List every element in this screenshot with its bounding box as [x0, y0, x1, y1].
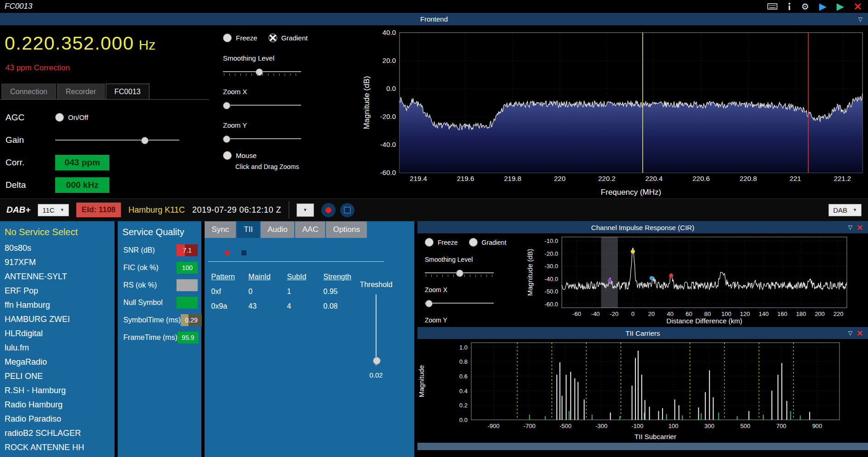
gain-slider[interactable]	[55, 136, 179, 144]
collapse-triangle-icon[interactable]: ▽	[848, 330, 852, 336]
quality-value-box: 100	[177, 262, 198, 274]
tii-indicator-square	[241, 250, 246, 255]
slider-thumb[interactable]	[141, 137, 148, 144]
quality-row: FIC (ok %) 100	[118, 259, 201, 276]
table-cell: 4	[287, 302, 323, 310]
decoder-tab[interactable]: Sync	[205, 221, 236, 238]
cir-plot[interactable]: -60-40-20020406080100120140160180200220-…	[526, 233, 868, 327]
smoothing-slider[interactable]	[223, 68, 301, 76]
zoom-y-slider[interactable]	[223, 135, 301, 143]
close-icon[interactable]	[854, 3, 862, 10]
titlebar-icons: ⚙ ▶ ▶	[767, 1, 863, 12]
collapsed-panel-strip[interactable]	[417, 443, 868, 450]
service-item[interactable]: Radio Paradiso	[0, 412, 114, 427]
slider-thumb[interactable]	[256, 68, 263, 76]
chevron-down-icon: ▼	[60, 208, 64, 212]
timestamp: 2019-07-29 06:12:10 Z	[192, 205, 281, 215]
svg-text:-300: -300	[595, 423, 607, 429]
svg-text:160: 160	[777, 310, 788, 317]
zoom-x-slider[interactable]	[223, 101, 301, 109]
collapse-triangle-icon[interactable]: ▽	[858, 16, 862, 23]
cir-smoothing-slider[interactable]	[425, 269, 494, 277]
svg-text:219.4: 219.4	[410, 175, 427, 182]
service-item[interactable]: PELI ONE	[0, 370, 114, 384]
decoder-tab[interactable]: TII	[237, 221, 260, 238]
agc-radio[interactable]	[55, 113, 64, 122]
threshold-label: Threshold	[351, 281, 401, 289]
tii-carriers-plot[interactable]: -900-700-500-300-1001003005007009001.00.…	[417, 339, 868, 443]
decoder-tab[interactable]: Audio	[261, 221, 294, 238]
service-item[interactable]: MegaRadio	[0, 355, 114, 370]
collapse-triangle-icon[interactable]: ▽	[848, 224, 852, 231]
mouse-label: Mouse	[236, 152, 257, 159]
tii-carriers-header: TII Carriers ▽	[417, 327, 868, 339]
record-button[interactable]	[321, 203, 336, 217]
gradient-radio[interactable]	[268, 34, 277, 42]
tuner-tab[interactable]: FC0013	[106, 84, 149, 99]
tuner-tab[interactable]: Recorder	[57, 84, 105, 99]
cir-gradient-radio[interactable]	[469, 238, 478, 247]
close-panel-icon[interactable]	[857, 225, 862, 230]
spectrum-display-controls: Freeze Gradient Smoothing Level Zoom X Z…	[209, 25, 363, 198]
play-alt-icon[interactable]: ▶	[837, 1, 844, 12]
freeze-radio[interactable]	[223, 34, 232, 42]
service-item[interactable]: HAMBURG ZWEI	[0, 313, 114, 327]
spectrum-plot[interactable]: 219.4219.6219.8220220.2220.4220.6220.822…	[363, 25, 868, 198]
service-quality-panel: Service Quality SNR (dB) 7.1 FIC (ok %) …	[118, 221, 201, 457]
slider-thumb[interactable]	[425, 300, 433, 307]
tuner-tab[interactable]: Connection	[1, 84, 56, 99]
svg-text:700: 700	[776, 423, 786, 429]
service-item[interactable]: HLRdigital	[0, 327, 114, 341]
service-item[interactable]: R.SH - Hamburg	[0, 384, 114, 398]
service-item[interactable]: ERF Pop	[0, 284, 114, 299]
threshold-value: 0.02	[351, 371, 401, 379]
slider-track[interactable]	[55, 140, 179, 141]
slider-thumb[interactable]	[223, 102, 230, 109]
service-item[interactable]: ffn Hamburg	[0, 299, 114, 313]
svg-text:Frequency (MHz): Frequency (MHz)	[601, 188, 661, 197]
service-item[interactable]: radioB2 SCHLAGER	[0, 427, 114, 441]
separator-line	[208, 261, 384, 262]
service-item[interactable]: Radio Hamburg	[0, 398, 114, 412]
output-mode-select[interactable]: DAB ▼	[828, 204, 862, 216]
close-panel-icon[interactable]	[857, 331, 862, 336]
tuner-settings: AGC On/Off Gain Corr. 043 ppm Delta	[0, 100, 209, 196]
service-item[interactable]: lulu.fm	[0, 341, 114, 355]
quality-value-box: 95.9	[177, 332, 199, 344]
channel-select[interactable]: 11C ▼	[38, 204, 69, 216]
slider-thumb[interactable]	[373, 357, 381, 365]
cir-freeze-radio[interactable]	[425, 238, 434, 247]
tuner-tab-bar: ConnectionRecorderFC0013	[0, 84, 209, 100]
service-item[interactable]: ROCK ANTENNE HH	[0, 441, 114, 455]
settings-gear-icon[interactable]: ⚙	[801, 1, 809, 12]
threshold-slider[interactable]	[372, 294, 380, 366]
keyboard-icon[interactable]	[767, 3, 777, 10]
decoder-tab[interactable]: AAC	[295, 221, 325, 238]
dab-bar: DAB+ 11C ▼ EId: 1108 Hamburg K11C 2019-0…	[0, 198, 868, 221]
play-icon[interactable]: ▶	[819, 1, 827, 12]
cir-zoom-x-slider[interactable]	[425, 299, 494, 307]
service-item[interactable]: ANTENNE-SYLT	[0, 270, 114, 284]
slider-thumb[interactable]	[223, 135, 230, 143]
slider-track[interactable]	[223, 105, 301, 106]
stop-button[interactable]	[340, 203, 354, 217]
slider-thumb[interactable]	[456, 270, 463, 277]
service-item[interactable]: 917XFM	[0, 256, 114, 270]
decoder-tab[interactable]: Options	[326, 221, 367, 238]
quality-label: FrameTime (ms)	[123, 333, 177, 342]
dropdown-button[interactable]: ▼	[297, 203, 314, 217]
svg-text:-40.0: -40.0	[380, 141, 396, 148]
info-icon[interactable]	[788, 2, 791, 11]
table-cell: 0x9a	[211, 302, 248, 310]
quality-header: Service Quality	[118, 221, 201, 242]
titlebar: FC0013 ⚙ ▶ ▶	[0, 0, 868, 13]
frontend-header: Frontend ▽	[0, 13, 868, 25]
slider-track[interactable]	[425, 303, 494, 304]
service-item[interactable]: 80s80s	[0, 242, 114, 256]
delta-value: 000 kHz	[55, 177, 109, 193]
quality-value-box	[177, 297, 198, 309]
slider-track[interactable]	[223, 138, 301, 139]
mouse-radio[interactable]	[223, 151, 232, 160]
decoder-panel: SyncTIIAudioAACOptions PatternMainIdSubI…	[205, 221, 414, 457]
freeze-label: Freeze	[236, 34, 257, 42]
